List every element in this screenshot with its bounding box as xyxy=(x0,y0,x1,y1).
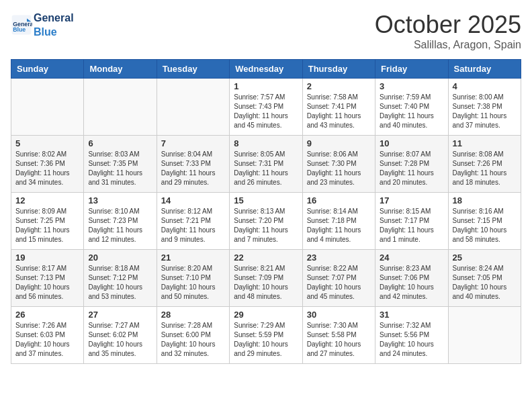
title-area: October 2025 Salillas, Aragon, Spain xyxy=(375,11,521,51)
day-number: 30 xyxy=(307,310,371,320)
calendar-cell: 2Sunrise: 7:58 AM Sunset: 7:41 PM Daylig… xyxy=(302,79,375,136)
calendar-cell: 1Sunrise: 7:57 AM Sunset: 7:43 PM Daylig… xyxy=(230,79,302,136)
logo: General Blue General Blue xyxy=(11,11,74,39)
weekday-header-row: SundayMondayTuesdayWednesdayThursdayFrid… xyxy=(11,60,521,79)
calendar-cell: 18Sunrise: 8:16 AM Sunset: 7:15 PM Dayli… xyxy=(448,193,521,250)
day-info: Sunrise: 7:26 AM Sunset: 6:03 PM Dayligh… xyxy=(15,321,79,359)
calendar-cell: 13Sunrise: 8:10 AM Sunset: 7:23 PM Dayli… xyxy=(84,193,157,250)
day-number: 29 xyxy=(234,310,298,320)
day-number: 27 xyxy=(88,310,152,320)
day-number: 10 xyxy=(380,138,443,148)
day-info: Sunrise: 8:10 AM Sunset: 7:23 PM Dayligh… xyxy=(88,207,152,244)
day-info: Sunrise: 8:00 AM Sunset: 7:38 PM Dayligh… xyxy=(453,93,517,130)
day-info: Sunrise: 8:08 AM Sunset: 7:26 PM Dayligh… xyxy=(453,150,517,187)
day-info: Sunrise: 7:58 AM Sunset: 7:41 PM Dayligh… xyxy=(307,93,371,130)
calendar-cell: 9Sunrise: 8:06 AM Sunset: 7:30 PM Daylig… xyxy=(302,136,375,193)
calendar-cell: 22Sunrise: 8:21 AM Sunset: 7:09 PM Dayli… xyxy=(230,250,302,307)
day-info: Sunrise: 7:28 AM Sunset: 6:00 PM Dayligh… xyxy=(161,321,225,359)
day-info: Sunrise: 8:07 AM Sunset: 7:28 PM Dayligh… xyxy=(380,150,443,187)
logo-blue-text: Blue xyxy=(34,26,57,38)
day-number: 26 xyxy=(15,310,79,320)
day-info: Sunrise: 8:12 AM Sunset: 7:21 PM Dayligh… xyxy=(161,207,225,244)
day-info: Sunrise: 7:57 AM Sunset: 7:43 PM Dayligh… xyxy=(234,93,298,130)
day-number: 1 xyxy=(234,81,298,91)
day-info: Sunrise: 7:30 AM Sunset: 5:58 PM Dayligh… xyxy=(307,321,371,359)
day-number: 13 xyxy=(88,195,152,205)
weekday-header-friday: Friday xyxy=(375,60,448,79)
weekday-header-saturday: Saturday xyxy=(448,60,521,79)
day-number: 2 xyxy=(307,81,371,91)
day-number: 21 xyxy=(161,253,225,263)
calendar-cell: 3Sunrise: 7:59 AM Sunset: 7:40 PM Daylig… xyxy=(375,79,448,136)
day-number: 6 xyxy=(88,138,152,148)
week-row-1: 1Sunrise: 7:57 AM Sunset: 7:43 PM Daylig… xyxy=(11,79,521,136)
day-number: 18 xyxy=(453,195,517,205)
day-info: Sunrise: 8:03 AM Sunset: 7:35 PM Dayligh… xyxy=(88,150,152,187)
day-number: 5 xyxy=(15,138,79,148)
day-info: Sunrise: 8:15 AM Sunset: 7:17 PM Dayligh… xyxy=(380,207,443,244)
logo-icon: General Blue xyxy=(11,14,32,36)
weekday-header-monday: Monday xyxy=(84,60,157,79)
svg-text:Blue: Blue xyxy=(13,26,26,33)
calendar-cell: 16Sunrise: 8:14 AM Sunset: 7:18 PM Dayli… xyxy=(302,193,375,250)
calendar-cell: 8Sunrise: 8:05 AM Sunset: 7:31 PM Daylig… xyxy=(230,136,302,193)
week-row-5: 26Sunrise: 7:26 AM Sunset: 6:03 PM Dayli… xyxy=(11,307,521,364)
month-title: October 2025 xyxy=(375,11,521,39)
day-number: 11 xyxy=(453,138,517,148)
day-number: 23 xyxy=(307,253,371,263)
day-number: 3 xyxy=(380,81,443,91)
weekday-header-tuesday: Tuesday xyxy=(157,60,229,79)
day-info: Sunrise: 8:16 AM Sunset: 7:15 PM Dayligh… xyxy=(453,207,517,244)
day-info: Sunrise: 8:21 AM Sunset: 7:09 PM Dayligh… xyxy=(234,264,298,302)
day-number: 16 xyxy=(307,195,371,205)
calendar-cell: 6Sunrise: 8:03 AM Sunset: 7:35 PM Daylig… xyxy=(84,136,157,193)
day-number: 9 xyxy=(307,138,371,148)
day-number: 15 xyxy=(234,195,298,205)
day-info: Sunrise: 8:05 AM Sunset: 7:31 PM Dayligh… xyxy=(234,150,298,187)
day-number: 20 xyxy=(88,253,152,263)
day-number: 12 xyxy=(15,195,79,205)
calendar-cell: 4Sunrise: 8:00 AM Sunset: 7:38 PM Daylig… xyxy=(448,79,521,136)
day-number: 31 xyxy=(380,310,443,320)
calendar-cell: 31Sunrise: 7:32 AM Sunset: 5:56 PM Dayli… xyxy=(375,307,448,364)
day-info: Sunrise: 8:09 AM Sunset: 7:25 PM Dayligh… xyxy=(15,207,79,244)
day-info: Sunrise: 7:59 AM Sunset: 7:40 PM Dayligh… xyxy=(380,93,443,130)
calendar-cell: 24Sunrise: 8:23 AM Sunset: 7:06 PM Dayli… xyxy=(375,250,448,307)
calendar-cell: 28Sunrise: 7:28 AM Sunset: 6:00 PM Dayli… xyxy=(157,307,229,364)
calendar-cell: 26Sunrise: 7:26 AM Sunset: 6:03 PM Dayli… xyxy=(11,307,84,364)
day-info: Sunrise: 8:04 AM Sunset: 7:33 PM Dayligh… xyxy=(161,150,225,187)
day-number: 24 xyxy=(380,253,443,263)
calendar-cell xyxy=(157,79,229,136)
calendar-cell xyxy=(448,307,521,364)
day-number: 22 xyxy=(234,253,298,263)
day-info: Sunrise: 7:27 AM Sunset: 6:02 PM Dayligh… xyxy=(88,321,152,359)
calendar-cell xyxy=(11,79,84,136)
day-info: Sunrise: 8:24 AM Sunset: 7:05 PM Dayligh… xyxy=(453,264,517,302)
calendar-cell: 15Sunrise: 8:13 AM Sunset: 7:20 PM Dayli… xyxy=(230,193,302,250)
day-info: Sunrise: 7:29 AM Sunset: 5:59 PM Dayligh… xyxy=(234,321,298,359)
week-row-3: 12Sunrise: 8:09 AM Sunset: 7:25 PM Dayli… xyxy=(11,193,521,250)
day-info: Sunrise: 8:23 AM Sunset: 7:06 PM Dayligh… xyxy=(380,264,443,302)
day-info: Sunrise: 8:02 AM Sunset: 7:36 PM Dayligh… xyxy=(15,150,79,187)
calendar-cell: 11Sunrise: 8:08 AM Sunset: 7:26 PM Dayli… xyxy=(448,136,521,193)
day-number: 25 xyxy=(453,253,517,263)
day-info: Sunrise: 7:32 AM Sunset: 5:56 PM Dayligh… xyxy=(380,321,443,359)
day-info: Sunrise: 8:17 AM Sunset: 7:13 PM Dayligh… xyxy=(15,264,79,302)
day-number: 19 xyxy=(15,253,79,263)
day-number: 8 xyxy=(234,138,298,148)
calendar-cell: 25Sunrise: 8:24 AM Sunset: 7:05 PM Dayli… xyxy=(448,250,521,307)
weekday-header-thursday: Thursday xyxy=(302,60,375,79)
day-info: Sunrise: 8:06 AM Sunset: 7:30 PM Dayligh… xyxy=(307,150,371,187)
calendar-cell: 17Sunrise: 8:15 AM Sunset: 7:17 PM Dayli… xyxy=(375,193,448,250)
day-number: 14 xyxy=(161,195,225,205)
calendar-cell: 30Sunrise: 7:30 AM Sunset: 5:58 PM Dayli… xyxy=(302,307,375,364)
calendar-cell xyxy=(84,79,157,136)
day-number: 7 xyxy=(161,138,225,148)
calendar-cell: 27Sunrise: 7:27 AM Sunset: 6:02 PM Dayli… xyxy=(84,307,157,364)
calendar-cell: 7Sunrise: 8:04 AM Sunset: 7:33 PM Daylig… xyxy=(157,136,229,193)
calendar-cell: 5Sunrise: 8:02 AM Sunset: 7:36 PM Daylig… xyxy=(11,136,84,193)
day-info: Sunrise: 8:14 AM Sunset: 7:18 PM Dayligh… xyxy=(307,207,371,244)
day-info: Sunrise: 8:18 AM Sunset: 7:12 PM Dayligh… xyxy=(88,264,152,302)
week-row-2: 5Sunrise: 8:02 AM Sunset: 7:36 PM Daylig… xyxy=(11,136,521,193)
calendar-cell: 29Sunrise: 7:29 AM Sunset: 5:59 PM Dayli… xyxy=(230,307,302,364)
